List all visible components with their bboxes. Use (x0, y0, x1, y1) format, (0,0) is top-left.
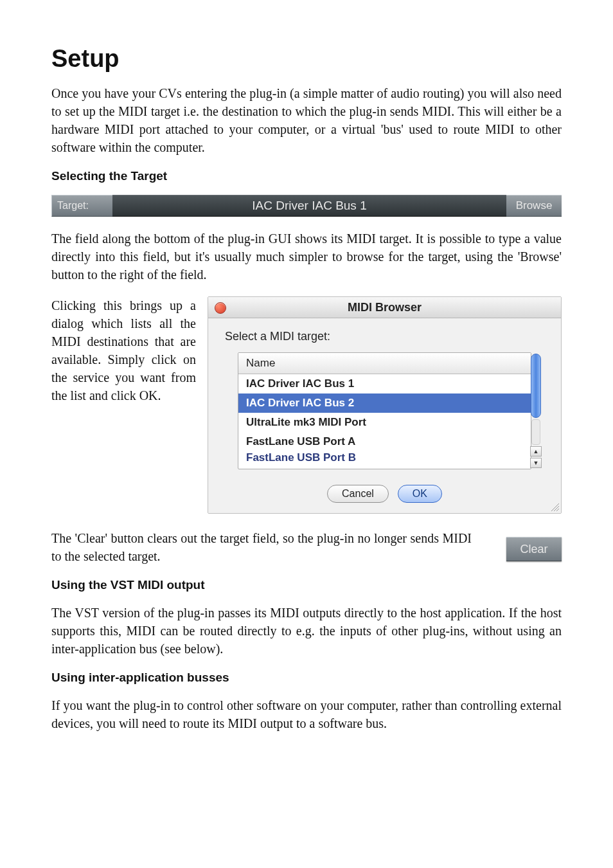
dialog-prompt: Select a MIDI target: (225, 330, 547, 343)
scroll-up-icon[interactable]: ▲ (530, 446, 542, 457)
page-title: Setup (51, 45, 562, 73)
list-item[interactable]: FastLane USB Port A (238, 432, 531, 451)
midi-target-list[interactable]: Name IAC Driver IAC Bus 1 IAC Driver IAC… (238, 352, 531, 469)
list-item[interactable]: IAC Driver IAC Bus 2 (238, 393, 531, 413)
dialog-title: MIDI Browser (348, 301, 422, 314)
cancel-button[interactable]: Cancel (327, 485, 389, 503)
target-value-field[interactable]: IAC Driver IAC Bus 1 (112, 195, 506, 217)
scrollbar-thumb[interactable] (531, 354, 541, 418)
inter-app-buses-paragraph: If you want the plug-in to control other… (51, 696, 562, 732)
midi-browser-dialog: MIDI Browser Select a MIDI target: Name … (208, 296, 562, 514)
list-item[interactable]: IAC Driver IAC Bus 1 (238, 374, 531, 393)
clear-paragraph: The 'Clear' button clears out the target… (51, 529, 562, 565)
left-note-paragraph: Clicking this brings up a dialog which l… (51, 296, 196, 404)
list-header-name[interactable]: Name (238, 353, 531, 374)
inter-app-buses-heading: Using inter-application busses (51, 671, 562, 685)
svg-line-2 (556, 509, 559, 511)
scrollbar-track[interactable] (531, 419, 540, 445)
intro-paragraph: Once you have your CVs entering the plug… (51, 84, 562, 156)
list-item[interactable]: FastLane USB Port B (238, 451, 531, 462)
vst-midi-heading: Using the VST MIDI output (51, 578, 562, 592)
browse-button[interactable]: Browse (506, 195, 562, 217)
resize-handle-icon[interactable] (549, 502, 560, 512)
target-label: Target: (51, 195, 112, 217)
list-item[interactable]: UltraLite mk3 MIDI Port (238, 413, 531, 432)
ok-button[interactable]: OK (398, 485, 442, 503)
scrollbar[interactable]: ▲ ▼ (530, 352, 542, 468)
vst-midi-paragraph: The VST version of the plug-in passes it… (51, 604, 562, 658)
clear-button[interactable]: Clear (506, 537, 562, 561)
after-bar-paragraph: The field along the bottom of the plug-i… (51, 230, 562, 284)
target-bar: Target: IAC Driver IAC Bus 1 Browse (51, 195, 562, 217)
dialog-titlebar[interactable]: MIDI Browser (208, 297, 561, 318)
close-icon[interactable] (215, 302, 226, 314)
scroll-down-icon[interactable]: ▼ (530, 458, 542, 468)
selecting-target-heading: Selecting the Target (51, 169, 562, 183)
svg-line-1 (554, 506, 559, 511)
